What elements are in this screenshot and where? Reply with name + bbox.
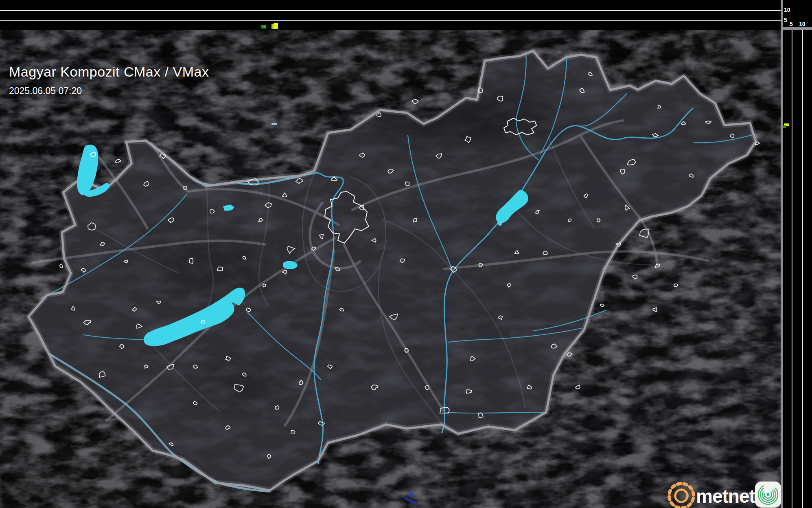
distance-tick-5: 5 (790, 21, 793, 27)
map-frame-horizontal (781, 27, 812, 30)
height-tick-5km: 5 (784, 17, 787, 23)
timestamp: 2025.06.05 07:20 (9, 86, 209, 97)
map-panel: Magyar Kompozit CMax / VMax 2025.06.05 0… (0, 30, 781, 508)
radar-echo-cell (271, 123, 277, 125)
profile-echo-green (264, 25, 266, 29)
radar-composite-screen: 10 5 5 10 (0, 0, 812, 508)
profile-echo-green-dark (261, 25, 264, 29)
lake-tisza-lobe (497, 221, 502, 226)
logo-wordmark: metnet (696, 485, 755, 507)
map-frame-vertical (781, 0, 783, 508)
height-line-10km (0, 10, 781, 11)
hungary-radar-map (0, 30, 781, 508)
metnet-app-icon (755, 481, 781, 508)
height-line-5km (0, 20, 781, 21)
profile-echo-green-dark (783, 125, 786, 128)
ew-profile-strip (0, 0, 781, 30)
sun-icon (664, 477, 698, 508)
distance-tick-10: 10 (799, 21, 805, 27)
metnet-logo: metnet (664, 477, 785, 508)
height-tick-10km: 10 (784, 7, 790, 13)
profile-echo-yellow (274, 23, 278, 29)
distance-line-5 (792, 30, 792, 508)
page-title: Magyar Kompozit CMax / VMax (9, 64, 209, 80)
title-block: Magyar Kompozit CMax / VMax 2025.06.05 0… (9, 64, 209, 97)
ns-profile-strip (783, 0, 812, 508)
distance-line-10 (802, 30, 803, 508)
